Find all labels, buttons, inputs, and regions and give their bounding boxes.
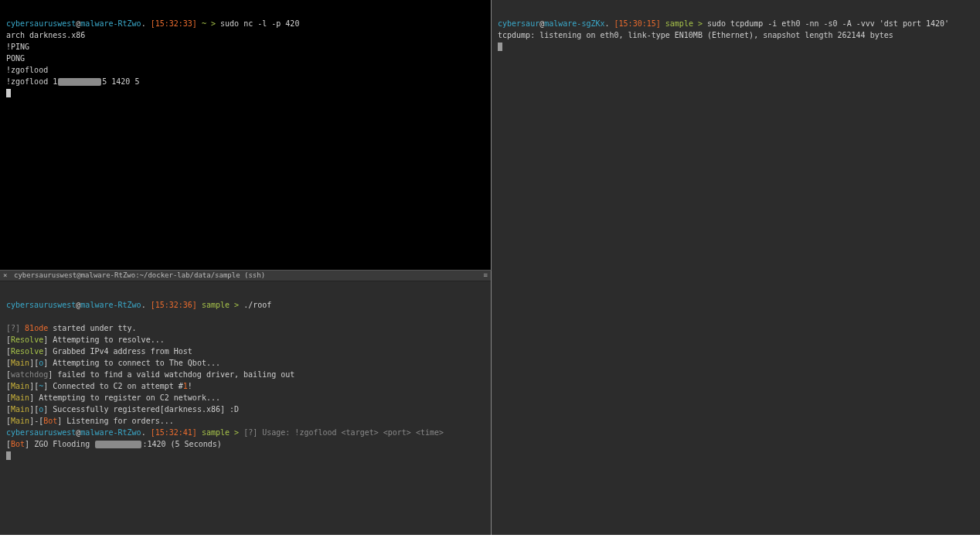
- tag-bot: Bot: [43, 417, 57, 425]
- prompt-host: malware-RtZwo: [80, 19, 141, 28]
- output-line: !zgoflood: [6, 66, 48, 74]
- output-line: [?]: [6, 324, 25, 332]
- cursor-icon: [498, 43, 502, 51]
- command-text: sudo tcpdump -i eth0 -nn -s0 -A -vvv 'ds…: [707, 19, 949, 28]
- tag-main: Main: [11, 417, 29, 425]
- tag-main: Main: [11, 382, 29, 390]
- tag-resolve: Resolve: [11, 347, 43, 356]
- output-line: ] Attempting to register on C2 network..…: [29, 393, 220, 402]
- terminal-split-layout: cybersauruswest@malware-RtZwo. [15:32:33…: [0, 0, 980, 538]
- terminal-output-bottom-left[interactable]: cybersauruswest@malware-RtZwo. [15:32:36…: [0, 281, 491, 473]
- output-line: tcpdump: listening on eth0, link-type EN…: [498, 31, 893, 39]
- tag-watchdog: watchdog: [11, 370, 48, 379]
- prompt-path: sample: [202, 428, 230, 437]
- output-line: !: [188, 382, 192, 390]
- output-line: !zgoflood 1: [6, 77, 57, 86]
- prompt-timestamp: [15:32:41]: [151, 428, 197, 437]
- prompt-timestamp: [15:30:15]: [614, 19, 661, 28]
- prompt-host: malware-sgZKx: [544, 19, 604, 28]
- pane-bottom-left[interactable]: × cybersauruswest@malware-RtZwo:~/docker…: [0, 271, 492, 538]
- output-line: arch darkness.x86: [6, 31, 85, 39]
- prompt-path: ~: [202, 19, 206, 28]
- redacted-ip: [95, 441, 141, 448]
- prompt-path: sample: [665, 19, 693, 28]
- prompt-user: cybersauruswest: [6, 301, 76, 309]
- prompt-path: sample: [202, 301, 230, 309]
- command-text: sudo nc -l -p 420: [220, 19, 299, 28]
- redacted-ip: [58, 78, 101, 86]
- output-line: ] ZGO Flooding: [25, 440, 94, 448]
- output-line: ] Attempting to resolve...: [43, 335, 165, 344]
- pane-right[interactable]: cybersaur@malware-sgZKx. [15:30:15] samp…: [492, 0, 980, 538]
- tab-menu-icon[interactable]: ≡: [478, 271, 488, 281]
- command-text: ./roof: [243, 301, 271, 309]
- output-line: ] Connected to C2 on attempt #: [43, 382, 183, 390]
- cursor-icon: [6, 451, 11, 460]
- prompt-separator: >: [698, 19, 703, 28]
- bracket: ]-[: [29, 417, 43, 425]
- prompt-user: cybersauruswest: [6, 428, 76, 437]
- prompt-separator: >: [234, 301, 239, 309]
- prompt-host: malware-RtZwo: [80, 301, 141, 309]
- output-line: PONG: [6, 54, 25, 63]
- tag-main: Main: [11, 359, 29, 367]
- prompt-separator: >: [234, 428, 239, 437]
- prompt-timestamp: [15:32:33]: [151, 19, 197, 28]
- tab-bar: × cybersauruswest@malware-RtZwo:~/docker…: [0, 271, 491, 281]
- output-line: ] Attempting to connect to The Qbot...: [43, 359, 220, 367]
- usage-text: [?] Usage: !zgoflood <target> <port> <ti…: [243, 428, 444, 437]
- output-line: ] failed to find a valid watchdog driver…: [48, 370, 294, 379]
- tag-main: Main: [11, 405, 29, 414]
- cursor-icon: [6, 89, 11, 97]
- output-line: ] Listening for orders...: [57, 417, 174, 425]
- output-line: ] Successfully registered[darkness.x86] …: [43, 405, 239, 414]
- tag-resolve: Resolve: [11, 335, 43, 344]
- tag-main: Main: [11, 393, 29, 402]
- prompt-user: cybersaur: [498, 19, 539, 28]
- tag-bot: Bot: [11, 440, 25, 448]
- prompt-user: cybersauruswest: [6, 19, 76, 28]
- bracket: ][: [29, 359, 39, 367]
- prompt-timestamp: [15:32:36]: [151, 301, 197, 309]
- bracket: ][: [29, 382, 39, 390]
- output-token: 81ode: [25, 324, 48, 332]
- output-line: :1420 (5 Seconds): [142, 440, 221, 448]
- pane-top-left[interactable]: cybersauruswest@malware-RtZwo. [15:32:33…: [0, 0, 492, 271]
- output-line: 5 1420 5: [102, 77, 139, 86]
- terminal-output-top-left[interactable]: cybersauruswest@malware-RtZwo. [15:32:33…: [0, 0, 491, 111]
- output-line: ] Grabbed IPv4 address from Host: [43, 347, 192, 356]
- output-line: started under tty.: [48, 324, 136, 332]
- tab-title[interactable]: cybersauruswest@malware-RtZwo:~/docker-l…: [11, 271, 478, 281]
- output-line: !PING: [6, 43, 29, 51]
- prompt-host: malware-RtZwo: [80, 428, 141, 437]
- prompt-separator: >: [211, 19, 216, 28]
- terminal-output-right[interactable]: cybersaur@malware-sgZKx. [15:30:15] samp…: [492, 0, 980, 64]
- close-icon[interactable]: ×: [3, 271, 11, 281]
- bracket: ][: [29, 405, 39, 414]
